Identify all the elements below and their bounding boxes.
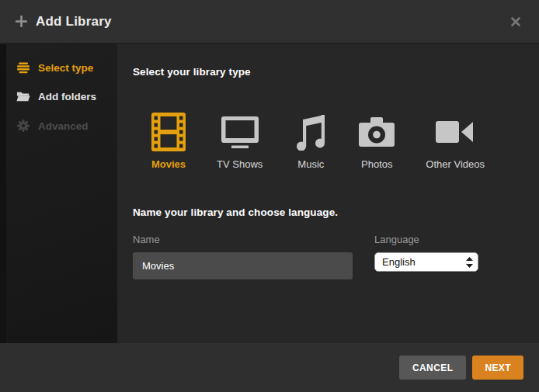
main-content: Select your library type: [117, 44, 539, 343]
sidebar-item-select-type[interactable]: Select type: [0, 54, 117, 82]
list-lines-icon: [16, 62, 30, 74]
cancel-button[interactable]: CANCEL: [399, 356, 466, 380]
gear-icon: [16, 120, 30, 132]
type-label: Photos: [361, 158, 392, 170]
fields-row: Name Language English: [133, 234, 523, 279]
plus-icon: [16, 16, 27, 27]
music-note-icon: [294, 112, 328, 152]
video-camera-icon: [436, 112, 475, 152]
type-label: Music: [297, 158, 324, 170]
language-label: Language: [374, 234, 478, 245]
name-language-heading: Name your library and choose language.: [133, 206, 523, 218]
select-arrows-icon: [466, 257, 473, 268]
language-select[interactable]: English: [374, 252, 478, 272]
name-label: Name: [133, 234, 353, 245]
sidebar-item-label: Advanced: [38, 120, 89, 132]
folder-icon: [16, 91, 30, 102]
add-library-dialog: Add Library: [0, 0, 539, 392]
sidebar-item-label: Select type: [38, 62, 93, 74]
sidebar: Select type Add folders: [0, 44, 117, 343]
language-field-group: Language English: [374, 234, 478, 272]
type-music[interactable]: Music: [294, 112, 328, 170]
type-photos[interactable]: Photos: [359, 112, 395, 170]
close-icon[interactable]: [508, 14, 523, 29]
type-label: Other Videos: [426, 158, 485, 170]
camera-icon: [359, 112, 395, 152]
type-movies[interactable]: Movies: [151, 112, 186, 170]
dialog-body: Select type Add folders: [0, 44, 539, 343]
library-type-row: Movies TV Shows: [151, 112, 523, 170]
name-input[interactable]: [133, 252, 353, 279]
type-tv-shows[interactable]: TV Shows: [217, 112, 263, 170]
select-type-heading: Select your library type: [133, 66, 523, 78]
sidebar-item-advanced[interactable]: Advanced: [0, 111, 117, 140]
dialog-footer: CANCEL NEXT: [0, 343, 539, 392]
filmstrip-icon: [151, 112, 186, 152]
dialog-title: Add Library: [36, 14, 112, 29]
titlebar: Add Library: [0, 0, 539, 44]
type-label: TV Shows: [217, 158, 263, 170]
language-selected-value: English: [382, 256, 416, 268]
tv-icon: [221, 112, 259, 152]
sidebar-item-label: Add folders: [38, 91, 96, 102]
type-label: Movies: [151, 158, 186, 170]
name-field-group: Name: [133, 234, 353, 279]
type-other-videos[interactable]: Other Videos: [426, 112, 485, 170]
next-button[interactable]: NEXT: [472, 356, 523, 380]
sidebar-item-add-folders[interactable]: Add folders: [0, 82, 117, 111]
